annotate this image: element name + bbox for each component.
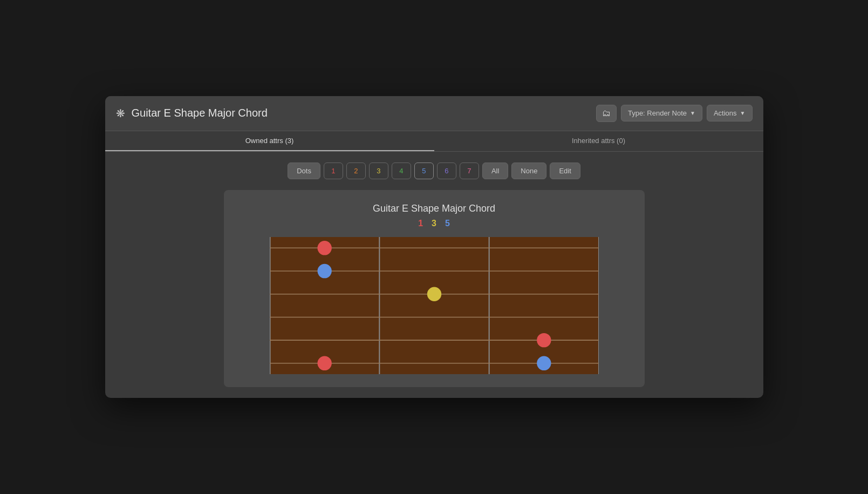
svg-point-15 — [537, 356, 551, 370]
all-button[interactable]: All — [482, 163, 508, 179]
svg-rect-0 — [270, 237, 599, 374]
svg-point-12 — [317, 264, 331, 278]
note-button-5[interactable]: 5 — [414, 163, 434, 179]
note-button-2[interactable]: 2 — [346, 163, 366, 179]
actions-dropdown-arrow: ▼ — [740, 110, 746, 116]
window-icon: ❋ — [116, 107, 125, 120]
scale-degree-1: 1 — [418, 219, 423, 228]
none-button[interactable]: None — [511, 163, 546, 179]
edit-button[interactable]: Edit — [550, 163, 580, 179]
fretboard-container — [270, 237, 599, 374]
fretboard-svg — [270, 237, 599, 374]
svg-point-14 — [537, 333, 551, 347]
main-content: Dots 1 2 3 4 5 6 7 All None Edit Guitar … — [105, 152, 763, 398]
chord-notes: 1 3 5 — [237, 219, 632, 228]
note-button-7[interactable]: 7 — [460, 163, 479, 179]
window-title: Guitar E Shape Major Chord — [132, 107, 590, 119]
main-window: ❋ Guitar E Shape Major Chord 🗂 Type: Ren… — [105, 96, 763, 398]
copy-button[interactable]: 🗂 — [596, 105, 617, 122]
scale-degree-3: 3 — [432, 219, 436, 228]
chord-title: Guitar E Shape Major Chord — [237, 203, 632, 214]
scale-degree-5: 5 — [445, 219, 450, 228]
svg-point-16 — [317, 356, 331, 370]
type-dropdown[interactable]: Type: Render Note ▼ — [621, 105, 702, 121]
note-button-6[interactable]: 6 — [437, 163, 456, 179]
svg-point-11 — [317, 241, 331, 255]
toolbar: Dots 1 2 3 4 5 6 7 All None Edit — [288, 163, 580, 179]
type-dropdown-arrow: ▼ — [690, 110, 695, 116]
titlebar: ❋ Guitar E Shape Major Chord 🗂 Type: Ren… — [105, 96, 763, 131]
tabs-bar: Owned attrs (3) Inherited attrs (0) — [105, 131, 763, 152]
svg-point-13 — [427, 287, 441, 301]
header-actions: 🗂 Type: Render Note ▼ Actions ▼ — [596, 105, 753, 122]
tab-inherited[interactable]: Inherited attrs (0) — [434, 131, 763, 151]
note-button-1[interactable]: 1 — [324, 163, 343, 179]
dots-button[interactable]: Dots — [288, 163, 320, 179]
tab-owned[interactable]: Owned attrs (3) — [105, 131, 434, 151]
note-button-3[interactable]: 3 — [369, 163, 388, 179]
actions-dropdown[interactable]: Actions ▼ — [707, 105, 753, 121]
chord-display: Guitar E Shape Major Chord 1 3 5 — [224, 190, 645, 387]
note-button-4[interactable]: 4 — [392, 163, 411, 179]
